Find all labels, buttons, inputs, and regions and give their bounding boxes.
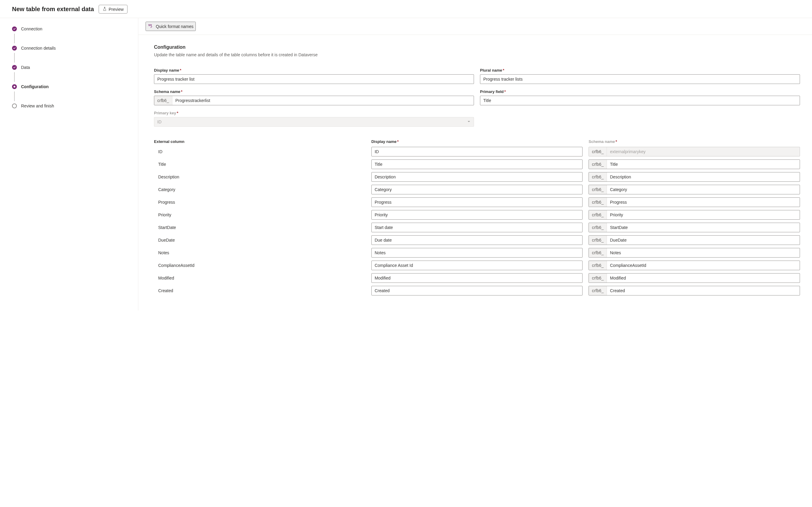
column-schema-name-input[interactable] xyxy=(607,185,800,194)
schema-prefix: crfb6_ xyxy=(589,185,607,194)
column-display-name-input[interactable] xyxy=(371,210,583,220)
external-column-name: StartDate xyxy=(154,223,365,232)
column-display-name-input[interactable] xyxy=(371,172,583,182)
step-connector xyxy=(14,92,15,101)
check-icon xyxy=(12,65,17,70)
section-description: Update the table name and details of the… xyxy=(154,52,800,57)
page-title: New table from external data xyxy=(12,6,94,13)
column-schema-name-input[interactable] xyxy=(607,210,800,219)
step-label: Connection details xyxy=(21,46,56,51)
column-row: ComplianceAssetIdcrfb6_ xyxy=(154,261,800,270)
column-schema-name-input[interactable] xyxy=(607,160,800,169)
display-name-label: Display name* xyxy=(154,68,474,72)
step-connector xyxy=(14,53,15,63)
column-schema-name-wrap: crfb6_ xyxy=(588,172,800,182)
column-schema-name-wrap: crfb6_ xyxy=(588,261,800,270)
main-content: Quick format names Configuration Update … xyxy=(138,18,812,311)
column-schema-name-input[interactable] xyxy=(607,286,800,295)
schema-name-input-wrap: crfb6_ xyxy=(154,96,474,105)
toolbar: Quick format names xyxy=(138,18,812,35)
column-schema-name-wrap: crfb6_ xyxy=(588,286,800,295)
step-marker-icon xyxy=(12,104,17,108)
column-row: Titlecrfb6_ xyxy=(154,160,800,169)
schema-prefix: crfb6_ xyxy=(589,198,607,207)
step-label: Data xyxy=(21,65,30,70)
primary-key-select: ID xyxy=(154,117,474,127)
external-column-name: Progress xyxy=(154,198,365,207)
column-display-name-input[interactable] xyxy=(371,185,583,194)
step-connector xyxy=(14,72,15,82)
external-column-name: Created xyxy=(154,286,365,295)
primary-key-label: Primary key* xyxy=(154,111,474,115)
schema-prefix: crfb6_ xyxy=(589,274,607,283)
external-column-name: Description xyxy=(154,173,365,181)
check-icon xyxy=(12,26,17,31)
column-schema-name-input[interactable] xyxy=(607,223,800,232)
column-row: Descriptioncrfb6_ xyxy=(154,172,800,182)
column-schema-name-wrap: crfb6_ xyxy=(588,235,800,245)
section-title: Configuration xyxy=(154,45,800,50)
column-schema-name-input[interactable] xyxy=(607,198,800,207)
schema-prefix: crfb6_ xyxy=(589,223,607,232)
schema-prefix: crfb6_ xyxy=(589,147,607,156)
column-schema-name-wrap: crfb6_ xyxy=(588,160,800,169)
column-display-name-input[interactable] xyxy=(371,248,583,258)
schema-prefix: crfb6_ xyxy=(589,261,607,270)
schema-prefix: crfb6_ xyxy=(154,96,172,105)
primary-field-input[interactable] xyxy=(480,96,800,105)
schema-name-label: Schema name* xyxy=(154,90,474,94)
plural-name-input[interactable] xyxy=(480,74,800,84)
external-column-name: Notes xyxy=(154,248,365,257)
column-row: Modifiedcrfb6_ xyxy=(154,273,800,283)
column-schema-name-input xyxy=(607,147,800,156)
schema-prefix: crfb6_ xyxy=(589,248,607,257)
quick-format-names-button[interactable]: Quick format names xyxy=(145,22,196,31)
column-row: Prioritycrfb6_ xyxy=(154,210,800,220)
primary-field-label: Primary field* xyxy=(480,90,800,94)
external-column-name: Modified xyxy=(154,274,365,282)
column-row: IDcrfb6_ xyxy=(154,147,800,157)
step-data[interactable]: Data xyxy=(12,65,131,84)
column-schema-name-input[interactable] xyxy=(607,248,800,257)
column-schema-name-wrap: crfb6_ xyxy=(588,223,800,232)
column-display-name-input[interactable] xyxy=(371,261,583,270)
external-column-name: DueDate xyxy=(154,236,365,244)
schema-prefix: crfb6_ xyxy=(589,236,607,245)
column-display-name-input[interactable] xyxy=(371,273,583,283)
schema-prefix: crfb6_ xyxy=(589,172,607,181)
step-connector xyxy=(14,34,15,43)
step-review-and-finish[interactable]: Review and finish xyxy=(12,104,131,108)
column-schema-name-wrap: crfb6_ xyxy=(588,147,800,157)
step-label: Review and finish xyxy=(21,104,54,108)
column-display-name-input[interactable] xyxy=(371,147,583,157)
column-display-name-input[interactable] xyxy=(371,198,583,207)
column-display-name-input[interactable] xyxy=(371,223,583,232)
column-schema-name-wrap: crfb6_ xyxy=(588,273,800,283)
column-display-name-input[interactable] xyxy=(371,160,583,169)
step-connection[interactable]: Connection xyxy=(12,26,131,46)
column-schema-name-input[interactable] xyxy=(607,261,800,270)
column-schema-name-input[interactable] xyxy=(607,172,800,181)
column-row: DueDatecrfb6_ xyxy=(154,235,800,245)
column-display-name-input[interactable] xyxy=(371,235,583,245)
column-schema-name-input[interactable] xyxy=(607,236,800,245)
quick-format-icon xyxy=(148,23,153,29)
column-schema-name-wrap: crfb6_ xyxy=(588,198,800,207)
step-connection-details[interactable]: Connection details xyxy=(12,46,131,65)
display-name-input[interactable] xyxy=(154,74,474,84)
schema-prefix: crfb6_ xyxy=(589,210,607,219)
check-icon xyxy=(12,46,17,51)
primary-key-value: ID xyxy=(157,119,162,124)
column-row: Createdcrfb6_ xyxy=(154,286,800,295)
preview-button[interactable]: Preview xyxy=(99,5,128,13)
schema-name-header: Schema name* xyxy=(588,139,800,144)
column-row: Progresscrfb6_ xyxy=(154,198,800,207)
external-column-name: ID xyxy=(154,148,365,156)
step-configuration[interactable]: Configuration xyxy=(12,84,131,104)
column-schema-name-input[interactable] xyxy=(607,274,800,283)
column-schema-name-wrap: crfb6_ xyxy=(588,185,800,194)
column-display-name-input[interactable] xyxy=(371,286,583,295)
flask-icon xyxy=(103,7,107,12)
step-marker-icon xyxy=(12,84,17,89)
schema-name-input[interactable] xyxy=(172,96,474,105)
